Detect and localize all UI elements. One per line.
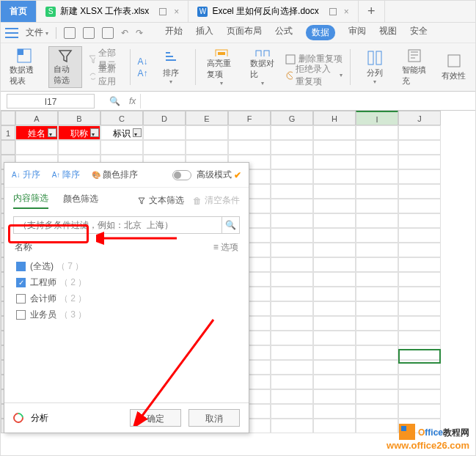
checkbox-icon[interactable] bbox=[16, 262, 26, 271]
undo-icon[interactable]: ↶ bbox=[121, 28, 128, 38]
col-E[interactable]: E bbox=[186, 111, 228, 125]
filter-dropdown-icon[interactable] bbox=[133, 128, 142, 137]
window-icon[interactable] bbox=[329, 8, 337, 15]
menu-pagelayout[interactable]: 页面布局 bbox=[227, 25, 262, 40]
rowhdr-1[interactable]: 1 bbox=[1, 125, 15, 140]
compare-button[interactable]: 数据对比▾ bbox=[246, 46, 279, 88]
menu-formula[interactable]: 公式 bbox=[275, 25, 293, 40]
tab-home[interactable]: 首页 bbox=[1, 1, 37, 22]
filter-item-engineer[interactable]: 工程师（ 2 ） bbox=[16, 274, 237, 290]
menu-data[interactable]: 数据 bbox=[306, 25, 335, 40]
sort-button[interactable]: 排序▾ bbox=[154, 46, 188, 88]
funnel-small-icon bbox=[88, 54, 95, 65]
print-icon[interactable] bbox=[83, 27, 95, 39]
smartfill-button[interactable]: 智能填充 bbox=[398, 46, 431, 88]
search-icon[interactable]: 🔍 bbox=[222, 216, 240, 234]
menu-security[interactable]: 安全 bbox=[410, 25, 428, 40]
preview-icon[interactable] bbox=[102, 27, 114, 39]
svg-point-7 bbox=[287, 72, 292, 79]
options-link[interactable]: ≡ 选项 bbox=[213, 241, 238, 254]
formula-input[interactable] bbox=[140, 94, 469, 109]
text-filter[interactable]: 文本筛选 bbox=[149, 194, 184, 207]
col-C[interactable]: C bbox=[100, 111, 143, 125]
tab-color-filter[interactable]: 颜色筛选 bbox=[63, 193, 98, 208]
checkbox-icon[interactable] bbox=[16, 278, 26, 287]
col-D[interactable]: D bbox=[143, 111, 186, 125]
fx-label[interactable]: fx bbox=[129, 96, 136, 106]
sort-asc-small[interactable]: A↓ bbox=[138, 56, 148, 67]
col-B[interactable]: B bbox=[58, 111, 100, 125]
tab-file1-label: 新建 XLSX 工作表.xlsx bbox=[60, 5, 149, 18]
column-headers: A B C D E F G H I J bbox=[1, 111, 475, 125]
svg-rect-10 bbox=[409, 50, 420, 62]
cell-C1[interactable]: 标识 bbox=[100, 125, 143, 140]
filter-dropdown-icon[interactable] bbox=[48, 128, 56, 137]
col-H[interactable]: H bbox=[313, 111, 356, 125]
cell-B1[interactable]: 职称 bbox=[58, 125, 100, 140]
col-F[interactable]: F bbox=[228, 111, 271, 125]
close-icon[interactable]: × bbox=[344, 7, 349, 17]
clear-conditions[interactable]: 清空条件 bbox=[205, 194, 240, 207]
filter-dropdown-icon[interactable] bbox=[90, 128, 99, 137]
annotation-highlight bbox=[8, 224, 89, 243]
close-icon[interactable]: × bbox=[174, 7, 179, 17]
name-box[interactable]: I17 bbox=[7, 94, 95, 109]
col-J[interactable]: J bbox=[398, 111, 441, 125]
ribbon: 数据透视表 自动筛选 全部显示 重新应用 A↓ A↑ 排序▾ 高亮重复项▾ 数据… bbox=[1, 43, 475, 92]
autofilter-button[interactable]: 自动筛选 bbox=[48, 46, 82, 88]
active-cell-I17[interactable] bbox=[398, 349, 441, 364]
checkbox-icon[interactable] bbox=[16, 310, 26, 320]
advanced-mode-toggle[interactable]: 高级模式 ✔ bbox=[172, 169, 241, 181]
validate-button[interactable]: 有效性 bbox=[437, 46, 471, 88]
cell-I1[interactable] bbox=[356, 125, 398, 140]
col-I[interactable]: I bbox=[356, 111, 398, 125]
search-icon[interactable]: 🔍 bbox=[109, 96, 120, 106]
redo-icon[interactable]: ↷ bbox=[136, 28, 143, 38]
col-G[interactable]: G bbox=[271, 111, 313, 125]
cell-G1[interactable] bbox=[271, 125, 313, 140]
cell-J1[interactable] bbox=[398, 125, 441, 140]
tab-file2-label: Excel 里如何反向选择.docx bbox=[212, 5, 318, 18]
split-button[interactable]: 分列▾ bbox=[358, 46, 392, 88]
color-sort[interactable]: 🎨颜色排序 bbox=[92, 169, 138, 181]
sort-desc[interactable]: A↑降序 bbox=[52, 169, 81, 181]
annotation-arrow-2 bbox=[133, 316, 221, 426]
tab-add[interactable]: + bbox=[359, 1, 385, 22]
tab-file1[interactable]: S 新建 XLSX 工作表.xlsx × bbox=[37, 1, 188, 22]
checkbox-icon[interactable] bbox=[16, 294, 26, 304]
reject-dup[interactable]: 拒绝录入重复项▾ bbox=[285, 68, 343, 83]
menu-view[interactable]: 视图 bbox=[379, 25, 397, 40]
cell-E1[interactable] bbox=[186, 125, 228, 140]
cell-A1[interactable]: 姓名 bbox=[15, 125, 58, 140]
sort-asc[interactable]: A↓升序 bbox=[12, 169, 40, 181]
filter-item-all[interactable]: (全选)（ 7 ） bbox=[16, 258, 237, 274]
reapply[interactable]: 重新应用 bbox=[88, 68, 122, 83]
sort-desc-small[interactable]: A↑ bbox=[138, 68, 148, 78]
tab-content-filter[interactable]: 内容筛选 bbox=[13, 192, 48, 209]
menu-start[interactable]: 开始 bbox=[165, 25, 183, 40]
pivot-button[interactable]: 数据透视表 bbox=[5, 46, 43, 88]
menu-review[interactable]: 审阅 bbox=[348, 25, 366, 40]
select-all-corner[interactable] bbox=[1, 111, 15, 125]
col-A[interactable]: A bbox=[15, 111, 58, 125]
highlight-dup-button[interactable]: 高亮重复项▾ bbox=[202, 46, 240, 88]
filter-item-accountant[interactable]: 会计师（ 2 ） bbox=[16, 290, 237, 306]
cell-F1[interactable] bbox=[228, 125, 271, 140]
tab-file2[interactable]: W Excel 里如何反向选择.docx × bbox=[188, 1, 358, 22]
svg-rect-1 bbox=[18, 49, 23, 55]
analysis-link[interactable]: 分析 bbox=[31, 412, 48, 424]
smartfill-icon bbox=[406, 48, 422, 63]
cell-D1[interactable] bbox=[143, 125, 186, 140]
window-icon[interactable] bbox=[159, 8, 166, 15]
save-icon[interactable] bbox=[64, 27, 76, 39]
svg-rect-5 bbox=[264, 51, 269, 56]
file-menu[interactable]: 文件 ▾ bbox=[26, 26, 48, 39]
cell-H1[interactable] bbox=[313, 125, 356, 140]
docx-icon: W bbox=[197, 7, 208, 17]
validate-icon bbox=[446, 53, 462, 69]
menu-insert[interactable]: 插入 bbox=[196, 25, 213, 40]
hamburger-icon[interactable] bbox=[5, 28, 18, 38]
highlight-icon bbox=[213, 48, 230, 56]
dup-col: 删除重复项 拒绝录入重复项▾ bbox=[285, 46, 343, 88]
svg-rect-3 bbox=[218, 52, 225, 55]
